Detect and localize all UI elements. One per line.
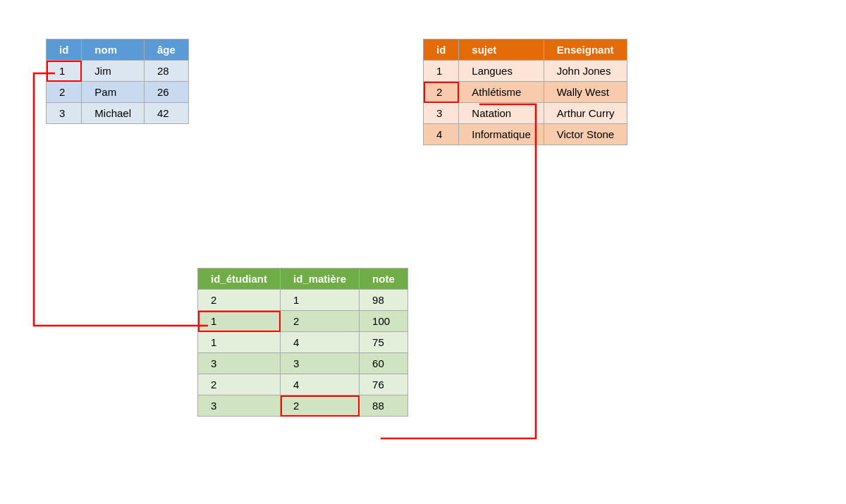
student-id-3: 3 xyxy=(47,103,82,124)
table-row: 1 Jim 28 xyxy=(47,61,189,82)
grades-header-note: note xyxy=(360,269,408,290)
grade-note-1: 98 xyxy=(360,290,408,311)
table-row: 4 Informatique Victor Stone xyxy=(424,124,627,145)
subject-enseignant-1: John Jones xyxy=(544,61,627,82)
subject-id-4: 4 xyxy=(424,124,459,145)
table-row: 2 4 76 xyxy=(198,374,408,395)
subject-sujet-4: Informatique xyxy=(459,124,544,145)
table-grades: id_étudiant id_matière note 2 1 98 1 2 1… xyxy=(197,268,408,417)
subject-sujet-3: Natation xyxy=(459,103,544,124)
grade-id-etudiant-3: 1 xyxy=(198,332,281,353)
subject-enseignant-2: Wally West xyxy=(544,82,627,103)
table-students: id nom âge 1 Jim 28 2 Pam 26 3 Michael 4… xyxy=(46,39,189,124)
table-subjects: id sujet Enseignant 1 Langues John Jones… xyxy=(423,39,627,145)
subjects-header-enseignant: Enseignant xyxy=(544,39,627,61)
student-age-2: 26 xyxy=(145,82,189,103)
student-id-1: 1 xyxy=(47,61,82,82)
subject-sujet-2: Athlétisme xyxy=(459,82,544,103)
subject-id-2: 2 xyxy=(424,82,459,103)
diagram-container: id nom âge 1 Jim 28 2 Pam 26 3 Michael 4… xyxy=(0,0,846,504)
student-nom-2: Pam xyxy=(82,82,145,103)
grades-header-id-etudiant: id_étudiant xyxy=(198,269,281,290)
student-id-2: 2 xyxy=(47,82,82,103)
table-row: 1 Langues John Jones xyxy=(424,61,627,82)
table-row: 3 Natation Arthur Curry xyxy=(424,103,627,124)
grade-id-matiere-4: 3 xyxy=(281,353,360,374)
table-row: 1 4 75 xyxy=(198,332,408,353)
table-row: 2 Pam 26 xyxy=(47,82,189,103)
subject-sujet-1: Langues xyxy=(459,61,544,82)
students-header-nom: nom xyxy=(82,39,145,61)
grade-note-5: 76 xyxy=(360,374,408,395)
students-header-id: id xyxy=(47,39,82,61)
student-age-1: 28 xyxy=(145,61,189,82)
grade-note-3: 75 xyxy=(360,332,408,353)
grade-id-matiere-6: 2 xyxy=(281,395,360,417)
table-row: 2 1 98 xyxy=(198,290,408,311)
grade-id-matiere-2: 2 xyxy=(281,311,360,332)
grades-header-id-matiere: id_matière xyxy=(281,269,360,290)
grade-note-2: 100 xyxy=(360,311,408,332)
student-nom-1: Jim xyxy=(82,61,145,82)
subject-id-3: 3 xyxy=(424,103,459,124)
grade-id-matiere-1: 1 xyxy=(281,290,360,311)
grade-id-matiere-3: 4 xyxy=(281,332,360,353)
subject-id-1: 1 xyxy=(424,61,459,82)
subjects-header-sujet: sujet xyxy=(459,39,544,61)
grade-id-etudiant-5: 2 xyxy=(198,374,281,395)
student-nom-3: Michael xyxy=(82,103,145,124)
student-age-3: 42 xyxy=(145,103,189,124)
subject-enseignant-4: Victor Stone xyxy=(544,124,627,145)
table-row: 3 Michael 42 xyxy=(47,103,189,124)
grade-id-matiere-5: 4 xyxy=(281,374,360,395)
subject-enseignant-3: Arthur Curry xyxy=(544,103,627,124)
table-row: 2 Athlétisme Wally West xyxy=(424,82,627,103)
students-header-age: âge xyxy=(145,39,189,61)
subjects-header-id: id xyxy=(424,39,459,61)
table-row: 3 3 60 xyxy=(198,353,408,374)
grade-id-etudiant-4: 3 xyxy=(198,353,281,374)
grade-note-6: 88 xyxy=(360,395,408,417)
grade-id-etudiant-6: 3 xyxy=(198,395,281,417)
table-row: 1 2 100 xyxy=(198,311,408,332)
grade-id-etudiant-2: 1 xyxy=(198,311,281,332)
table-row: 3 2 88 xyxy=(198,395,408,417)
grade-id-etudiant-1: 2 xyxy=(198,290,281,311)
grade-note-4: 60 xyxy=(360,353,408,374)
